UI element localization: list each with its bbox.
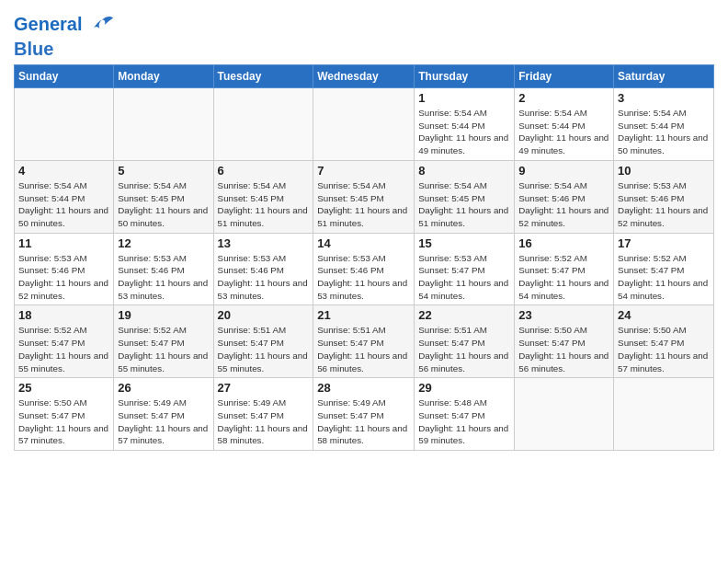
- day-info: Sunrise: 5:49 AM Sunset: 5:47 PM Dayligh…: [317, 396, 410, 447]
- day-cell: 23Sunrise: 5:50 AM Sunset: 5:47 PM Dayli…: [515, 305, 614, 378]
- week-row-4: 18Sunrise: 5:52 AM Sunset: 5:47 PM Dayli…: [15, 305, 714, 378]
- day-info: Sunrise: 5:53 AM Sunset: 5:46 PM Dayligh…: [618, 179, 710, 230]
- day-cell: 14Sunrise: 5:53 AM Sunset: 5:46 PM Dayli…: [313, 233, 415, 305]
- day-info: Sunrise: 5:50 AM Sunset: 5:47 PM Dayligh…: [618, 324, 710, 374]
- day-cell: 9Sunrise: 5:54 AM Sunset: 5:46 PM Daylig…: [515, 160, 614, 233]
- day-number: 6: [218, 164, 310, 178]
- day-info: Sunrise: 5:54 AM Sunset: 5:44 PM Dayligh…: [418, 107, 510, 157]
- day-cell: 29Sunrise: 5:48 AM Sunset: 5:47 PM Dayli…: [415, 378, 515, 451]
- day-cell: 15Sunrise: 5:53 AM Sunset: 5:47 PM Dayli…: [415, 233, 515, 305]
- day-info: Sunrise: 5:54 AM Sunset: 5:45 PM Dayligh…: [418, 179, 510, 230]
- day-cell: [614, 378, 714, 451]
- day-cell: 6Sunrise: 5:54 AM Sunset: 5:45 PM Daylig…: [213, 160, 313, 233]
- day-info: Sunrise: 5:50 AM Sunset: 5:47 PM Dayligh…: [18, 396, 109, 447]
- day-number: 27: [218, 381, 310, 395]
- day-number: 9: [518, 164, 609, 178]
- day-info: Sunrise: 5:54 AM Sunset: 5:46 PM Dayligh…: [518, 179, 609, 230]
- day-info: Sunrise: 5:53 AM Sunset: 5:46 PM Dayligh…: [18, 252, 109, 303]
- day-number: 20: [218, 308, 310, 322]
- day-info: Sunrise: 5:52 AM Sunset: 5:47 PM Dayligh…: [518, 252, 609, 303]
- day-number: 26: [118, 381, 209, 395]
- day-info: Sunrise: 5:48 AM Sunset: 5:47 PM Dayligh…: [418, 396, 510, 447]
- calendar-header: SundayMondayTuesdayWednesdayThursdayFrid…: [15, 65, 714, 88]
- day-cell: [15, 88, 114, 161]
- day-cell: 3Sunrise: 5:54 AM Sunset: 5:44 PM Daylig…: [614, 88, 714, 161]
- day-cell: 12Sunrise: 5:53 AM Sunset: 5:46 PM Dayli…: [114, 233, 213, 305]
- day-number: 11: [18, 236, 109, 250]
- header-cell-thursday: Thursday: [415, 65, 515, 88]
- day-number: 5: [118, 164, 209, 178]
- day-cell: 28Sunrise: 5:49 AM Sunset: 5:47 PM Dayli…: [313, 378, 415, 451]
- day-cell: 13Sunrise: 5:53 AM Sunset: 5:46 PM Dayli…: [213, 233, 313, 305]
- logo-text: General: [14, 13, 115, 39]
- day-info: Sunrise: 5:54 AM Sunset: 5:45 PM Dayligh…: [218, 179, 310, 230]
- day-info: Sunrise: 5:51 AM Sunset: 5:47 PM Dayligh…: [317, 324, 410, 374]
- day-number: 8: [418, 164, 510, 178]
- day-cell: 27Sunrise: 5:49 AM Sunset: 5:47 PM Dayli…: [213, 378, 313, 451]
- day-number: 10: [618, 164, 710, 178]
- day-cell: 5Sunrise: 5:54 AM Sunset: 5:45 PM Daylig…: [114, 160, 213, 233]
- day-number: 12: [118, 236, 209, 250]
- day-number: 25: [18, 381, 109, 395]
- day-info: Sunrise: 5:53 AM Sunset: 5:46 PM Dayligh…: [317, 252, 410, 303]
- header-cell-sunday: Sunday: [15, 65, 114, 88]
- header: General Blue: [14, 9, 714, 59]
- day-cell: [213, 88, 313, 161]
- day-number: 28: [317, 381, 410, 395]
- day-number: 24: [618, 308, 710, 322]
- day-cell: 25Sunrise: 5:50 AM Sunset: 5:47 PM Dayli…: [15, 378, 114, 451]
- logo-bird-icon: [89, 13, 115, 39]
- day-number: 18: [18, 308, 109, 322]
- header-cell-saturday: Saturday: [614, 65, 714, 88]
- day-number: 16: [518, 236, 609, 250]
- day-info: Sunrise: 5:54 AM Sunset: 5:44 PM Dayligh…: [518, 107, 609, 157]
- header-cell-wednesday: Wednesday: [313, 65, 415, 88]
- day-number: 23: [518, 308, 609, 322]
- day-number: 29: [418, 381, 510, 395]
- day-cell: 1Sunrise: 5:54 AM Sunset: 5:44 PM Daylig…: [415, 88, 515, 161]
- day-number: 14: [317, 236, 410, 250]
- day-cell: 21Sunrise: 5:51 AM Sunset: 5:47 PM Dayli…: [313, 305, 415, 378]
- day-info: Sunrise: 5:51 AM Sunset: 5:47 PM Dayligh…: [418, 324, 510, 374]
- day-cell: [114, 88, 213, 161]
- day-cell: 2Sunrise: 5:54 AM Sunset: 5:44 PM Daylig…: [515, 88, 614, 161]
- day-cell: 20Sunrise: 5:51 AM Sunset: 5:47 PM Dayli…: [213, 305, 313, 378]
- week-row-2: 4Sunrise: 5:54 AM Sunset: 5:44 PM Daylig…: [15, 160, 714, 233]
- day-cell: 11Sunrise: 5:53 AM Sunset: 5:46 PM Dayli…: [15, 233, 114, 305]
- day-info: Sunrise: 5:53 AM Sunset: 5:47 PM Dayligh…: [418, 252, 510, 303]
- day-info: Sunrise: 5:52 AM Sunset: 5:47 PM Dayligh…: [118, 324, 209, 374]
- day-cell: 16Sunrise: 5:52 AM Sunset: 5:47 PM Dayli…: [515, 233, 614, 305]
- day-info: Sunrise: 5:54 AM Sunset: 5:45 PM Dayligh…: [317, 179, 410, 230]
- day-info: Sunrise: 5:53 AM Sunset: 5:46 PM Dayligh…: [218, 252, 310, 303]
- day-number: 7: [317, 164, 410, 178]
- day-cell: 19Sunrise: 5:52 AM Sunset: 5:47 PM Dayli…: [114, 305, 213, 378]
- header-cell-monday: Monday: [114, 65, 213, 88]
- day-info: Sunrise: 5:52 AM Sunset: 5:47 PM Dayligh…: [18, 324, 109, 374]
- day-info: Sunrise: 5:54 AM Sunset: 5:45 PM Dayligh…: [118, 179, 209, 230]
- day-cell: 17Sunrise: 5:52 AM Sunset: 5:47 PM Dayli…: [614, 233, 714, 305]
- logo: General Blue: [14, 13, 115, 59]
- day-cell: 26Sunrise: 5:49 AM Sunset: 5:47 PM Dayli…: [114, 378, 213, 451]
- header-row: SundayMondayTuesdayWednesdayThursdayFrid…: [15, 65, 714, 88]
- calendar-table: SundayMondayTuesdayWednesdayThursdayFrid…: [14, 64, 714, 451]
- day-info: Sunrise: 5:51 AM Sunset: 5:47 PM Dayligh…: [218, 324, 310, 374]
- day-number: 22: [418, 308, 510, 322]
- day-cell: 18Sunrise: 5:52 AM Sunset: 5:47 PM Dayli…: [15, 305, 114, 378]
- day-info: Sunrise: 5:49 AM Sunset: 5:47 PM Dayligh…: [218, 396, 310, 447]
- day-info: Sunrise: 5:54 AM Sunset: 5:44 PM Dayligh…: [618, 107, 710, 157]
- day-number: 1: [418, 91, 510, 105]
- day-cell: [515, 378, 614, 451]
- day-number: 13: [218, 236, 310, 250]
- day-info: Sunrise: 5:49 AM Sunset: 5:47 PM Dayligh…: [118, 396, 209, 447]
- header-cell-friday: Friday: [515, 65, 614, 88]
- day-cell: 24Sunrise: 5:50 AM Sunset: 5:47 PM Dayli…: [614, 305, 714, 378]
- day-cell: [313, 88, 415, 161]
- day-info: Sunrise: 5:54 AM Sunset: 5:44 PM Dayligh…: [18, 179, 109, 230]
- day-cell: 10Sunrise: 5:53 AM Sunset: 5:46 PM Dayli…: [614, 160, 714, 233]
- week-row-5: 25Sunrise: 5:50 AM Sunset: 5:47 PM Dayli…: [15, 378, 714, 451]
- day-info: Sunrise: 5:53 AM Sunset: 5:46 PM Dayligh…: [118, 252, 209, 303]
- day-info: Sunrise: 5:52 AM Sunset: 5:47 PM Dayligh…: [618, 252, 710, 303]
- day-cell: 22Sunrise: 5:51 AM Sunset: 5:47 PM Dayli…: [415, 305, 515, 378]
- week-row-3: 11Sunrise: 5:53 AM Sunset: 5:46 PM Dayli…: [15, 233, 714, 305]
- day-number: 19: [118, 308, 209, 322]
